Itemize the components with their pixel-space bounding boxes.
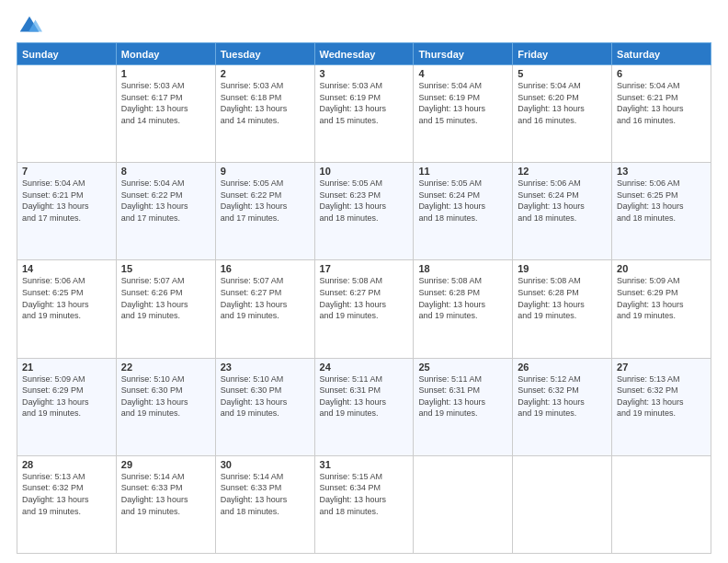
day-number: 18 bbox=[418, 263, 507, 274]
day-info: Sunrise: 5:15 AMSunset: 6:34 PMDaylight:… bbox=[320, 471, 409, 517]
calendar-cell bbox=[17, 65, 117, 163]
weekday-header-monday: Monday bbox=[116, 43, 215, 65]
day-info: Sunrise: 5:03 AMSunset: 6:18 PMDaylight:… bbox=[221, 80, 310, 126]
calendar-cell bbox=[513, 455, 612, 553]
day-number: 22 bbox=[121, 362, 210, 373]
day-number: 24 bbox=[320, 362, 409, 373]
calendar-cell: 28Sunrise: 5:13 AMSunset: 6:32 PMDayligh… bbox=[17, 455, 117, 553]
day-info: Sunrise: 5:08 AMSunset: 6:28 PMDaylight:… bbox=[418, 275, 507, 321]
day-info: Sunrise: 5:07 AMSunset: 6:27 PMDaylight:… bbox=[221, 275, 310, 321]
logo bbox=[17, 13, 44, 39]
calendar-cell: 22Sunrise: 5:10 AMSunset: 6:30 PMDayligh… bbox=[116, 358, 215, 455]
day-number: 16 bbox=[221, 263, 310, 274]
day-info: Sunrise: 5:06 AMSunset: 6:25 PMDaylight:… bbox=[617, 178, 706, 224]
day-number: 20 bbox=[617, 263, 706, 274]
day-info: Sunrise: 5:08 AMSunset: 6:28 PMDaylight:… bbox=[518, 275, 607, 321]
calendar-cell: 16Sunrise: 5:07 AMSunset: 6:27 PMDayligh… bbox=[215, 260, 314, 358]
day-number: 27 bbox=[617, 362, 706, 373]
day-number: 13 bbox=[617, 166, 706, 177]
weekday-header-saturday: Saturday bbox=[612, 43, 711, 65]
weekday-header-thursday: Thursday bbox=[414, 43, 513, 65]
calendar-cell: 5Sunrise: 5:04 AMSunset: 6:20 PMDaylight… bbox=[513, 65, 612, 163]
calendar-cell: 15Sunrise: 5:07 AMSunset: 6:26 PMDayligh… bbox=[116, 260, 215, 358]
day-number: 31 bbox=[320, 459, 409, 470]
day-info: Sunrise: 5:08 AMSunset: 6:27 PMDaylight:… bbox=[320, 275, 409, 321]
day-info: Sunrise: 5:04 AMSunset: 6:20 PMDaylight:… bbox=[518, 80, 607, 126]
day-info: Sunrise: 5:10 AMSunset: 6:30 PMDaylight:… bbox=[121, 373, 210, 419]
day-number: 30 bbox=[221, 459, 310, 470]
day-number: 26 bbox=[518, 362, 607, 373]
calendar-cell: 24Sunrise: 5:11 AMSunset: 6:31 PMDayligh… bbox=[314, 358, 414, 455]
calendar-cell: 21Sunrise: 5:09 AMSunset: 6:29 PMDayligh… bbox=[17, 358, 117, 455]
day-number: 5 bbox=[518, 68, 607, 79]
page: SundayMondayTuesdayWednesdayThursdayFrid… bbox=[0, 0, 728, 563]
calendar-cell: 20Sunrise: 5:09 AMSunset: 6:29 PMDayligh… bbox=[612, 260, 711, 358]
calendar-week-row: 14Sunrise: 5:06 AMSunset: 6:25 PMDayligh… bbox=[17, 260, 711, 358]
calendar-cell: 25Sunrise: 5:11 AMSunset: 6:31 PMDayligh… bbox=[414, 358, 513, 455]
day-info: Sunrise: 5:05 AMSunset: 6:24 PMDaylight:… bbox=[418, 178, 507, 224]
day-number: 10 bbox=[320, 166, 409, 177]
calendar-week-row: 1Sunrise: 5:03 AMSunset: 6:17 PMDaylight… bbox=[17, 65, 711, 163]
calendar-cell: 30Sunrise: 5:14 AMSunset: 6:33 PMDayligh… bbox=[215, 455, 314, 553]
calendar-table: SundayMondayTuesdayWednesdayThursdayFrid… bbox=[17, 42, 711, 554]
day-number: 19 bbox=[518, 263, 607, 274]
day-number: 2 bbox=[221, 68, 310, 79]
day-number: 29 bbox=[121, 459, 210, 470]
calendar-cell: 4Sunrise: 5:04 AMSunset: 6:19 PMDaylight… bbox=[414, 65, 513, 163]
calendar-cell: 23Sunrise: 5:10 AMSunset: 6:30 PMDayligh… bbox=[215, 358, 314, 455]
day-number: 28 bbox=[22, 459, 111, 470]
logo-icon bbox=[17, 13, 42, 39]
day-info: Sunrise: 5:13 AMSunset: 6:32 PMDaylight:… bbox=[617, 373, 706, 419]
day-info: Sunrise: 5:14 AMSunset: 6:33 PMDaylight:… bbox=[221, 471, 310, 517]
calendar-cell: 8Sunrise: 5:04 AMSunset: 6:22 PMDaylight… bbox=[116, 163, 215, 260]
calendar-cell: 17Sunrise: 5:08 AMSunset: 6:27 PMDayligh… bbox=[314, 260, 414, 358]
weekday-header-row: SundayMondayTuesdayWednesdayThursdayFrid… bbox=[17, 43, 711, 65]
day-number: 23 bbox=[221, 362, 310, 373]
day-info: Sunrise: 5:12 AMSunset: 6:32 PMDaylight:… bbox=[518, 373, 607, 419]
calendar-cell: 26Sunrise: 5:12 AMSunset: 6:32 PMDayligh… bbox=[513, 358, 612, 455]
calendar-cell: 6Sunrise: 5:04 AMSunset: 6:21 PMDaylight… bbox=[612, 65, 711, 163]
calendar-cell: 7Sunrise: 5:04 AMSunset: 6:21 PMDaylight… bbox=[17, 163, 117, 260]
day-info: Sunrise: 5:06 AMSunset: 6:24 PMDaylight:… bbox=[518, 178, 607, 224]
day-info: Sunrise: 5:14 AMSunset: 6:33 PMDaylight:… bbox=[121, 471, 210, 517]
calendar-cell: 14Sunrise: 5:06 AMSunset: 6:25 PMDayligh… bbox=[17, 260, 117, 358]
calendar-cell: 3Sunrise: 5:03 AMSunset: 6:19 PMDaylight… bbox=[314, 65, 414, 163]
calendar-week-row: 7Sunrise: 5:04 AMSunset: 6:21 PMDaylight… bbox=[17, 163, 711, 260]
calendar-week-row: 21Sunrise: 5:09 AMSunset: 6:29 PMDayligh… bbox=[17, 358, 711, 455]
calendar-cell: 13Sunrise: 5:06 AMSunset: 6:25 PMDayligh… bbox=[612, 163, 711, 260]
calendar-cell: 29Sunrise: 5:14 AMSunset: 6:33 PMDayligh… bbox=[116, 455, 215, 553]
day-number: 6 bbox=[617, 68, 706, 79]
calendar-cell: 2Sunrise: 5:03 AMSunset: 6:18 PMDaylight… bbox=[215, 65, 314, 163]
calendar-cell: 10Sunrise: 5:05 AMSunset: 6:23 PMDayligh… bbox=[314, 163, 414, 260]
day-number: 9 bbox=[221, 166, 310, 177]
day-number: 25 bbox=[418, 362, 507, 373]
day-info: Sunrise: 5:03 AMSunset: 6:19 PMDaylight:… bbox=[320, 80, 409, 126]
calendar-cell: 9Sunrise: 5:05 AMSunset: 6:22 PMDaylight… bbox=[215, 163, 314, 260]
day-info: Sunrise: 5:05 AMSunset: 6:23 PMDaylight:… bbox=[320, 178, 409, 224]
day-info: Sunrise: 5:06 AMSunset: 6:25 PMDaylight:… bbox=[22, 275, 111, 321]
day-info: Sunrise: 5:07 AMSunset: 6:26 PMDaylight:… bbox=[121, 275, 210, 321]
day-number: 1 bbox=[121, 68, 210, 79]
day-info: Sunrise: 5:04 AMSunset: 6:22 PMDaylight:… bbox=[121, 178, 210, 224]
weekday-header-tuesday: Tuesday bbox=[215, 43, 314, 65]
calendar-cell bbox=[612, 455, 711, 553]
day-number: 8 bbox=[121, 166, 210, 177]
day-info: Sunrise: 5:13 AMSunset: 6:32 PMDaylight:… bbox=[22, 471, 111, 517]
day-number: 17 bbox=[320, 263, 409, 274]
day-info: Sunrise: 5:04 AMSunset: 6:21 PMDaylight:… bbox=[617, 80, 706, 126]
day-info: Sunrise: 5:03 AMSunset: 6:17 PMDaylight:… bbox=[121, 80, 210, 126]
day-info: Sunrise: 5:04 AMSunset: 6:21 PMDaylight:… bbox=[22, 178, 111, 224]
day-number: 12 bbox=[518, 166, 607, 177]
day-number: 7 bbox=[22, 166, 111, 177]
day-info: Sunrise: 5:09 AMSunset: 6:29 PMDaylight:… bbox=[617, 275, 706, 321]
day-info: Sunrise: 5:11 AMSunset: 6:31 PMDaylight:… bbox=[418, 373, 507, 419]
weekday-header-wednesday: Wednesday bbox=[314, 43, 414, 65]
calendar-cell bbox=[414, 455, 513, 553]
calendar-cell: 31Sunrise: 5:15 AMSunset: 6:34 PMDayligh… bbox=[314, 455, 414, 553]
calendar-cell: 1Sunrise: 5:03 AMSunset: 6:17 PMDaylight… bbox=[116, 65, 215, 163]
calendar-week-row: 28Sunrise: 5:13 AMSunset: 6:32 PMDayligh… bbox=[17, 455, 711, 553]
day-number: 14 bbox=[22, 263, 111, 274]
calendar-cell: 19Sunrise: 5:08 AMSunset: 6:28 PMDayligh… bbox=[513, 260, 612, 358]
day-number: 11 bbox=[418, 166, 507, 177]
day-number: 15 bbox=[121, 263, 210, 274]
